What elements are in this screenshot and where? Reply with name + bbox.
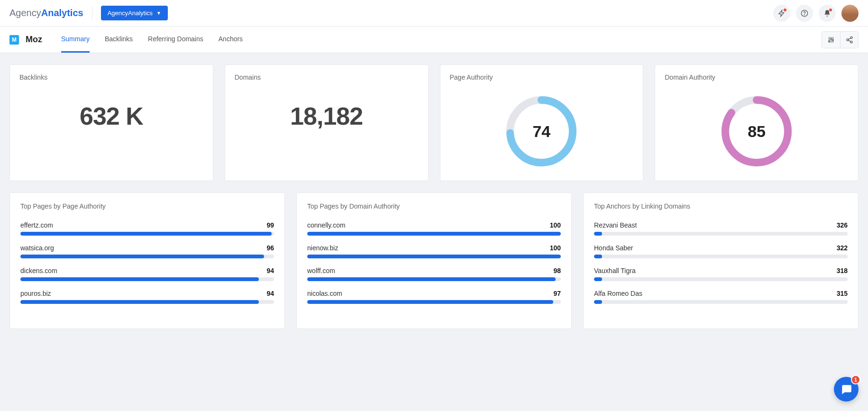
tab-anchors[interactable]: Anchors	[219, 27, 243, 53]
notifications-icon-button[interactable]	[819, 5, 836, 22]
list-item-label: Honda Saber	[594, 244, 633, 252]
caret-down-icon: ▼	[156, 10, 161, 16]
list-item-row: pouros.biz94	[20, 290, 274, 297]
list-item-label: Vauxhall Tigra	[594, 267, 636, 274]
tool-group	[822, 31, 859, 48]
card-backlinks: Backlinks 632 K	[9, 64, 213, 181]
list-item: Vauxhall Tigra318	[594, 267, 848, 281]
topbar-right	[773, 5, 859, 22]
card-page-authority: Page Authority 74	[440, 64, 644, 181]
list-item-label: Alfa Romeo Das	[594, 290, 642, 297]
gauge-page-authority-wrap: 74	[450, 93, 634, 169]
list-item-row: nicolas.com97	[307, 290, 561, 297]
bar-track	[20, 232, 274, 236]
list-item-label: dickens.com	[20, 267, 57, 274]
user-avatar[interactable]	[841, 5, 859, 22]
gauge-page-authority-value: 74	[532, 122, 550, 141]
list-item: effertz.com99	[20, 221, 274, 236]
bar-fill	[307, 255, 561, 258]
bar-fill	[307, 277, 556, 281]
bar-track	[307, 277, 561, 281]
bar-fill	[20, 232, 272, 236]
gauge-domain-authority-wrap: 85	[665, 93, 849, 169]
tab-backlinks[interactable]: Backlinks	[105, 27, 133, 53]
list-item-value: 98	[553, 267, 561, 274]
list-item: Rezvani Beast326	[594, 221, 848, 236]
card-domains: Domains 18,182	[225, 64, 429, 181]
lists-row: Top Pages by Page Authority effertz.com9…	[9, 192, 859, 329]
bar-fill	[307, 232, 561, 236]
card-page-authority-label: Page Authority	[450, 73, 634, 81]
bar-track	[594, 255, 848, 258]
tab-referring-domains[interactable]: Referring Domains	[148, 27, 203, 53]
list-item: pouros.biz94	[20, 290, 274, 304]
bar-track	[594, 300, 848, 304]
list-da-title: Top Pages by Domain Authority	[307, 202, 561, 210]
card-domains-label: Domains	[235, 73, 419, 81]
svg-point-4	[832, 39, 834, 41]
list-item-value: 96	[266, 244, 274, 252]
bar-fill	[594, 300, 602, 304]
svg-point-1	[804, 15, 805, 15]
list-item-label: nicolas.com	[307, 290, 342, 297]
bar-track	[20, 255, 274, 258]
bolt-icon-button[interactable]	[773, 5, 790, 22]
topbar: AgencyAnalytics AgencyAnalytics ▼	[0, 0, 868, 27]
bar-fill	[594, 277, 602, 281]
card-domains-value: 18,182	[235, 93, 419, 145]
list-item-row: connelly.com100	[307, 221, 561, 229]
bar-fill	[20, 300, 259, 304]
list-card-da: Top Pages by Domain Authority connelly.c…	[296, 192, 572, 329]
bar-fill	[20, 277, 259, 281]
list-item-label: watsica.org	[20, 244, 54, 252]
bar-track	[307, 232, 561, 236]
bar-fill	[594, 255, 602, 258]
list-card-pa: Top Pages by Page Authority effertz.com9…	[9, 192, 285, 329]
svg-point-7	[850, 41, 852, 43]
list-item-row: wolff.com98	[307, 267, 561, 274]
list-item: watsica.org96	[20, 244, 274, 258]
bar-track	[307, 300, 561, 304]
brand-part1: Agency	[9, 8, 41, 18]
list-item: wolff.com98	[307, 267, 561, 281]
list-item: dickens.com94	[20, 267, 274, 281]
sliders-icon	[827, 36, 835, 44]
gauge-domain-authority: 85	[719, 93, 795, 169]
list-item-label: effertz.com	[20, 221, 53, 229]
list-item-label: connelly.com	[307, 221, 346, 229]
gauge-page-authority: 74	[503, 93, 579, 169]
brand-logo[interactable]: AgencyAnalytics	[9, 8, 83, 18]
list-pa-title: Top Pages by Page Authority	[20, 202, 274, 210]
tabs: Summary Backlinks Referring Domains Anch…	[61, 27, 243, 53]
list-item-row: Rezvani Beast326	[594, 221, 848, 229]
list-item-row: Honda Saber322	[594, 244, 848, 252]
list-item-value: 318	[837, 267, 848, 274]
notification-dot	[784, 9, 786, 11]
list-item: connelly.com100	[307, 221, 561, 236]
tab-summary[interactable]: Summary	[61, 27, 90, 53]
list-item-value: 100	[550, 221, 561, 229]
workspace-selector[interactable]: AgencyAnalytics ▼	[101, 6, 168, 20]
card-backlinks-value: 632 K	[19, 93, 203, 145]
list-item-label: nienow.biz	[307, 244, 338, 252]
topbar-left: AgencyAnalytics AgencyAnalytics ▼	[9, 6, 168, 20]
metric-cards-row: Backlinks 632 K Domains 18,182 Page Auth…	[9, 64, 859, 181]
card-domain-authority: Domain Authority 85	[655, 64, 859, 181]
help-icon-button[interactable]	[796, 5, 813, 22]
share-button[interactable]	[840, 32, 858, 48]
list-item-value: 99	[266, 221, 274, 229]
list-item-row: watsica.org96	[20, 244, 274, 252]
list-item-row: nienow.biz100	[307, 244, 561, 252]
list-item-row: Vauxhall Tigra318	[594, 267, 848, 274]
list-item: nicolas.com97	[307, 290, 561, 304]
bar-track	[594, 277, 848, 281]
settings-button[interactable]	[822, 32, 840, 48]
list-item-label: wolff.com	[307, 267, 335, 274]
list-anchors-items: Rezvani Beast326Honda Saber322Vauxhall T…	[594, 221, 848, 304]
workspace-selector-label: AgencyAnalytics	[108, 9, 153, 17]
card-backlinks-label: Backlinks	[19, 73, 203, 81]
share-icon	[846, 36, 853, 44]
brand-part2: Analytics	[41, 8, 83, 18]
vertical-divider	[92, 7, 92, 20]
bar-fill	[307, 300, 553, 304]
